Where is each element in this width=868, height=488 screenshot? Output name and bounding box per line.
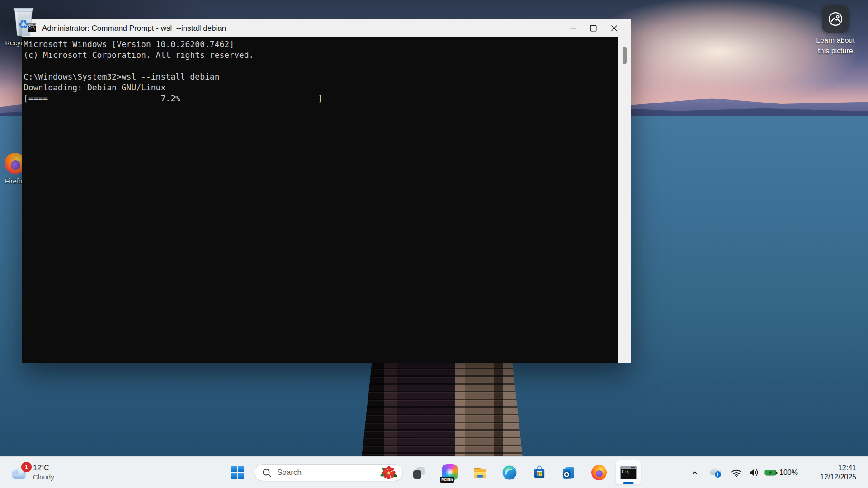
copilot-icon-wrap: M365 xyxy=(442,464,459,481)
notification-badge: 1 xyxy=(21,462,32,472)
search-input[interactable] xyxy=(277,468,380,477)
outlook-icon xyxy=(561,465,576,480)
tray-hidden-icons-chevron[interactable] xyxy=(687,457,703,488)
terminal-line: Microsoft Windows [Version 10.0.26200.74… xyxy=(24,39,618,50)
windows-logo-icon xyxy=(230,465,245,480)
terminal-screen[interactable]: Microsoft Windows [Version 10.0.26200.74… xyxy=(22,37,631,363)
m365-badge: M365 xyxy=(440,477,454,483)
maximize-button[interactable] xyxy=(583,19,604,37)
tray-volume-button[interactable] xyxy=(745,457,762,488)
microsoft-store-icon xyxy=(532,465,547,480)
maximize-icon xyxy=(590,25,597,32)
task-view-button[interactable] xyxy=(409,463,429,483)
taskbar-file-explorer-button[interactable] xyxy=(470,463,490,483)
clock-time: 12:41 xyxy=(820,464,856,473)
search-highlight-poinsettia-icon[interactable] xyxy=(380,465,398,480)
cmd-icon-prompt-text: C:\ xyxy=(28,26,36,30)
firefox-icon-core xyxy=(596,470,603,477)
firefox-icon xyxy=(591,465,607,480)
cmd-icon-prompt-text: C:\ xyxy=(621,469,636,474)
tray-clock[interactable]: 12:41 12/12/2025 xyxy=(820,457,856,488)
close-button[interactable] xyxy=(604,19,624,37)
terminal-line: C:\Windows\System32>wsl --install debian xyxy=(24,71,618,82)
chevron-up-icon xyxy=(691,470,699,475)
command-prompt-icon: C:\ xyxy=(620,466,637,479)
terminal-output: Microsoft Windows [Version 10.0.26200.74… xyxy=(22,37,618,363)
learn-about-picture-widget[interactable]: Learn about this picture xyxy=(807,5,863,56)
picture-icon[interactable] xyxy=(822,5,849,33)
tray-wifi-button[interactable] xyxy=(728,457,745,488)
window-titlebar[interactable]: Administrator: Command Prompt - wsl --in… xyxy=(22,19,631,37)
firefox-icon-core xyxy=(11,160,20,170)
terminal-line xyxy=(24,61,618,71)
weather-condition: Cloudy xyxy=(33,473,54,481)
onedrive-cloud-icon xyxy=(708,467,722,478)
weather-widget[interactable]: 1 12°C Cloudy xyxy=(5,457,59,488)
wallpaper-pier xyxy=(362,352,523,457)
weather-temperature: 12°C xyxy=(33,464,54,472)
start-button[interactable] xyxy=(227,463,247,483)
battery-charging-icon xyxy=(764,469,778,477)
image-icon xyxy=(827,10,844,28)
taskbar-command-prompt-button-active[interactable]: C:\ xyxy=(615,460,642,485)
scrollbar-thumb[interactable] xyxy=(623,47,627,64)
terminal-line: (c) Microsoft Corporation. All rights re… xyxy=(24,50,618,61)
file-explorer-icon xyxy=(472,465,488,480)
terminal-scrollbar[interactable] xyxy=(618,37,631,363)
taskbar-m365-copilot-button[interactable]: M365 xyxy=(440,463,460,483)
clock-date: 12/12/2025 xyxy=(820,473,856,482)
command-prompt-window: Administrator: Command Prompt - wsl --in… xyxy=(22,19,631,363)
taskbar: 1 12°C Cloudy xyxy=(0,456,868,488)
edge-icon xyxy=(502,465,517,480)
taskbar-microsoft-store-button[interactable] xyxy=(529,463,549,483)
cmd-window-icon: C:\ xyxy=(28,23,36,32)
terminal-progress-line: [==== 7.2% ] xyxy=(24,93,618,104)
weather-icon-wrap: 1 xyxy=(9,465,29,481)
battery-percentage: 100% xyxy=(779,457,798,488)
recycle-bin-icon[interactable]: ♻ xyxy=(11,3,36,38)
minimize-button[interactable] xyxy=(562,19,583,37)
wifi-icon xyxy=(731,468,742,478)
close-icon xyxy=(611,25,618,32)
weather-text: 12°C Cloudy xyxy=(33,464,54,481)
speaker-icon xyxy=(748,468,760,477)
task-view-icon xyxy=(412,466,426,480)
minimize-icon xyxy=(569,25,576,32)
tray-onedrive-button[interactable] xyxy=(706,457,724,488)
active-app-indicator xyxy=(623,482,634,484)
window-controls xyxy=(562,19,631,37)
learn-about-picture-text: Learn about this picture xyxy=(807,35,863,56)
taskbar-edge-button[interactable] xyxy=(500,463,519,483)
tray-battery-button[interactable] xyxy=(763,457,779,488)
taskbar-firefox-button[interactable] xyxy=(589,463,609,483)
taskbar-outlook-button[interactable] xyxy=(558,463,578,483)
taskbar-search[interactable] xyxy=(255,464,403,481)
terminal-line: Downloading: Debian GNU/Linux xyxy=(24,82,618,93)
window-title: Administrator: Command Prompt - wsl --in… xyxy=(42,24,226,33)
search-icon xyxy=(262,468,272,478)
